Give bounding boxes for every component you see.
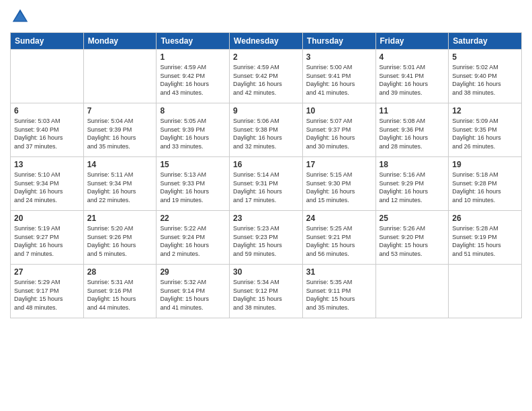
day-info: Sunrise: 5:04 AM Sunset: 9:39 PM Dayligh… [87, 117, 153, 150]
calendar-cell: 27Sunrise: 5:29 AM Sunset: 9:17 PM Dayli… [11, 265, 84, 318]
day-number: 15 [160, 160, 226, 169]
day-info: Sunrise: 5:00 AM Sunset: 9:41 PM Dayligh… [306, 63, 372, 97]
day-info: Sunrise: 5:16 AM Sunset: 9:29 PM Dayligh… [380, 171, 445, 204]
calendar-cell: 21Sunrise: 5:20 AM Sunset: 9:26 PM Dayli… [83, 211, 157, 265]
day-number: 11 [380, 106, 445, 116]
calendar-cell [83, 50, 157, 103]
day-number: 9 [233, 106, 299, 116]
day-info: Sunrise: 5:22 AM Sunset: 9:24 PM Dayligh… [160, 224, 226, 258]
col-monday: Monday [83, 33, 157, 50]
calendar-cell: 19Sunrise: 5:18 AM Sunset: 9:28 PM Dayli… [449, 157, 522, 211]
calendar-cell: 4Sunrise: 5:01 AM Sunset: 9:41 PM Daylig… [375, 50, 449, 103]
day-info: Sunrise: 5:35 AM Sunset: 9:11 PM Dayligh… [306, 278, 372, 312]
day-number: 5 [452, 52, 518, 62]
calendar-cell: 29Sunrise: 5:32 AM Sunset: 9:14 PM Dayli… [157, 265, 230, 318]
calendar-cell: 17Sunrise: 5:15 AM Sunset: 9:30 PM Dayli… [302, 157, 375, 211]
day-number: 1 [160, 52, 226, 62]
day-number: 14 [87, 160, 153, 169]
calendar-week-row: 6Sunrise: 5:03 AM Sunset: 9:40 PM Daylig… [11, 103, 522, 157]
day-info: Sunrise: 5:28 AM Sunset: 9:19 PM Dayligh… [452, 224, 518, 258]
calendar-cell: 24Sunrise: 5:25 AM Sunset: 9:21 PM Dayli… [302, 211, 375, 265]
day-info: Sunrise: 5:07 AM Sunset: 9:37 PM Dayligh… [306, 117, 372, 150]
col-sunday: Sunday [11, 33, 84, 50]
day-info: Sunrise: 5:11 AM Sunset: 9:34 PM Dayligh… [87, 171, 153, 204]
main-container: Sunday Monday Tuesday Wednesday Thursday… [0, 0, 532, 411]
day-number: 16 [233, 160, 299, 169]
calendar-cell: 9Sunrise: 5:06 AM Sunset: 9:38 PM Daylig… [230, 103, 303, 157]
calendar-cell [375, 265, 449, 318]
col-tuesday: Tuesday [157, 33, 230, 50]
calendar-cell: 1Sunrise: 4:59 AM Sunset: 9:42 PM Daylig… [157, 50, 230, 103]
day-info: Sunrise: 5:13 AM Sunset: 9:33 PM Dayligh… [160, 171, 226, 204]
day-number: 29 [160, 267, 226, 277]
day-number: 28 [87, 267, 153, 277]
calendar-week-row: 27Sunrise: 5:29 AM Sunset: 9:17 PM Dayli… [11, 265, 522, 318]
calendar-cell: 28Sunrise: 5:31 AM Sunset: 9:16 PM Dayli… [83, 265, 157, 318]
calendar-cell: 11Sunrise: 5:08 AM Sunset: 9:36 PM Dayli… [375, 103, 449, 157]
day-info: Sunrise: 5:08 AM Sunset: 9:36 PM Dayligh… [380, 117, 445, 150]
day-info: Sunrise: 4:59 AM Sunset: 9:42 PM Dayligh… [160, 63, 226, 97]
day-info: Sunrise: 5:03 AM Sunset: 9:40 PM Dayligh… [14, 117, 80, 150]
day-info: Sunrise: 5:09 AM Sunset: 9:35 PM Dayligh… [452, 117, 518, 150]
calendar-week-row: 1Sunrise: 4:59 AM Sunset: 9:42 PM Daylig… [11, 50, 522, 103]
col-wednesday: Wednesday [230, 33, 303, 50]
day-number: 6 [14, 106, 80, 116]
day-number: 21 [87, 214, 153, 223]
col-saturday: Saturday [449, 33, 522, 50]
calendar-cell [449, 265, 522, 318]
day-number: 22 [160, 214, 226, 223]
col-thursday: Thursday [302, 33, 375, 50]
day-info: Sunrise: 5:31 AM Sunset: 9:16 PM Dayligh… [87, 278, 153, 312]
day-info: Sunrise: 5:25 AM Sunset: 9:21 PM Dayligh… [306, 224, 372, 258]
calendar-cell: 25Sunrise: 5:26 AM Sunset: 9:20 PM Dayli… [375, 211, 449, 265]
logo-icon [10, 7, 30, 27]
day-info: Sunrise: 5:02 AM Sunset: 9:40 PM Dayligh… [452, 63, 518, 97]
calendar-cell: 2Sunrise: 4:59 AM Sunset: 9:42 PM Daylig… [230, 50, 303, 103]
day-number: 17 [306, 160, 372, 169]
day-info: Sunrise: 5:01 AM Sunset: 9:41 PM Dayligh… [380, 63, 445, 97]
calendar-cell: 6Sunrise: 5:03 AM Sunset: 9:40 PM Daylig… [11, 103, 84, 157]
day-number: 3 [306, 52, 372, 62]
day-info: Sunrise: 4:59 AM Sunset: 9:42 PM Dayligh… [233, 63, 299, 97]
calendar-cell: 16Sunrise: 5:14 AM Sunset: 9:31 PM Dayli… [230, 157, 303, 211]
day-number: 19 [452, 160, 518, 169]
calendar-cell: 18Sunrise: 5:16 AM Sunset: 9:29 PM Dayli… [375, 157, 449, 211]
day-number: 26 [452, 214, 518, 223]
day-info: Sunrise: 5:15 AM Sunset: 9:30 PM Dayligh… [306, 171, 372, 204]
day-info: Sunrise: 5:23 AM Sunset: 9:23 PM Dayligh… [233, 224, 299, 258]
calendar-cell: 15Sunrise: 5:13 AM Sunset: 9:33 PM Dayli… [157, 157, 230, 211]
day-number: 12 [452, 106, 518, 116]
day-info: Sunrise: 5:32 AM Sunset: 9:14 PM Dayligh… [160, 278, 226, 312]
calendar-cell: 30Sunrise: 5:34 AM Sunset: 9:12 PM Dayli… [230, 265, 303, 318]
calendar-cell: 26Sunrise: 5:28 AM Sunset: 9:19 PM Dayli… [449, 211, 522, 265]
col-friday: Friday [375, 33, 449, 50]
calendar-week-row: 13Sunrise: 5:10 AM Sunset: 9:34 PM Dayli… [11, 157, 522, 211]
day-number: 27 [14, 267, 80, 277]
day-number: 4 [380, 52, 445, 62]
calendar-cell: 20Sunrise: 5:19 AM Sunset: 9:27 PM Dayli… [11, 211, 84, 265]
day-number: 30 [233, 267, 299, 277]
calendar-week-row: 20Sunrise: 5:19 AM Sunset: 9:27 PM Dayli… [11, 211, 522, 265]
day-number: 31 [306, 267, 372, 277]
header-row: Sunday Monday Tuesday Wednesday Thursday… [11, 33, 522, 50]
calendar-cell: 23Sunrise: 5:23 AM Sunset: 9:23 PM Dayli… [230, 211, 303, 265]
day-info: Sunrise: 5:19 AM Sunset: 9:27 PM Dayligh… [14, 224, 80, 258]
day-number: 18 [380, 160, 445, 169]
day-info: Sunrise: 5:26 AM Sunset: 9:20 PM Dayligh… [380, 224, 445, 258]
calendar-cell: 12Sunrise: 5:09 AM Sunset: 9:35 PM Dayli… [449, 103, 522, 157]
day-info: Sunrise: 5:05 AM Sunset: 9:39 PM Dayligh… [160, 117, 226, 150]
day-number: 8 [160, 106, 226, 116]
calendar-cell: 7Sunrise: 5:04 AM Sunset: 9:39 PM Daylig… [83, 103, 157, 157]
calendar-body: 1Sunrise: 4:59 AM Sunset: 9:42 PM Daylig… [11, 50, 522, 318]
day-number: 2 [233, 52, 299, 62]
day-number: 24 [306, 214, 372, 223]
calendar-cell [11, 50, 84, 103]
calendar-cell: 8Sunrise: 5:05 AM Sunset: 9:39 PM Daylig… [157, 103, 230, 157]
calendar-cell: 31Sunrise: 5:35 AM Sunset: 9:11 PM Dayli… [302, 265, 375, 318]
calendar-cell: 3Sunrise: 5:00 AM Sunset: 9:41 PM Daylig… [302, 50, 375, 103]
day-number: 23 [233, 214, 299, 223]
logo [10, 7, 33, 27]
calendar-cell: 5Sunrise: 5:02 AM Sunset: 9:40 PM Daylig… [449, 50, 522, 103]
calendar-cell: 10Sunrise: 5:07 AM Sunset: 9:37 PM Dayli… [302, 103, 375, 157]
calendar-cell: 14Sunrise: 5:11 AM Sunset: 9:34 PM Dayli… [83, 157, 157, 211]
